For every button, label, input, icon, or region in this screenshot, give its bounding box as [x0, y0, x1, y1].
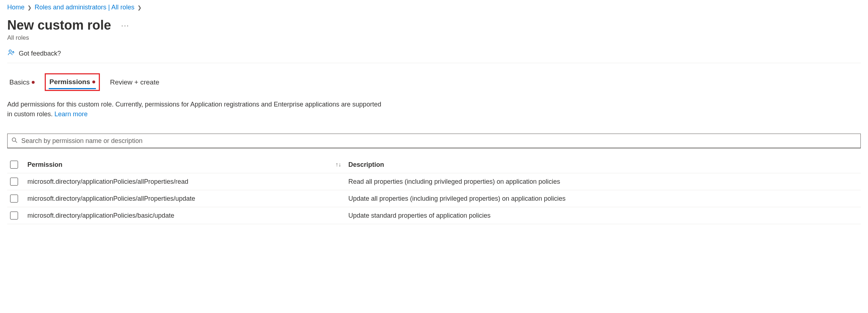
learn-more-link[interactable]: Learn more — [54, 110, 88, 118]
tab-permissions-label: Permissions — [49, 78, 90, 86]
row-checkbox[interactable] — [10, 195, 18, 203]
required-indicator-icon — [92, 81, 95, 83]
table-header: Permission ↑↓ Description — [7, 156, 861, 173]
permission-description: Read all properties (including privilege… — [348, 178, 858, 186]
table-row[interactable]: microsoft.directory/applicationPolicies/… — [7, 173, 861, 190]
select-all-checkbox[interactable] — [10, 161, 18, 169]
breadcrumb: Home ❯ Roles and administrators | All ro… — [7, 4, 861, 11]
breadcrumb-home[interactable]: Home — [7, 4, 25, 11]
chevron-right-icon: ❯ — [27, 5, 32, 10]
permission-description: Update standard properties of applicatio… — [348, 212, 858, 219]
search-icon — [11, 137, 18, 145]
svg-point-0 — [9, 50, 11, 52]
svg-line-2 — [16, 141, 17, 143]
breadcrumb-roles[interactable]: Roles and administrators | All roles — [35, 4, 135, 11]
svg-point-1 — [12, 138, 16, 142]
row-checkbox[interactable] — [10, 212, 18, 219]
required-indicator-icon — [32, 81, 35, 84]
sort-icon[interactable]: ↑↓ — [335, 161, 348, 168]
got-feedback-link[interactable]: Got feedback? — [7, 49, 61, 58]
tab-permissions[interactable]: Permissions — [49, 76, 96, 89]
row-checkbox[interactable] — [10, 178, 18, 186]
feedback-icon — [7, 49, 15, 58]
permissions-table: Permission ↑↓ Description microsoft.dire… — [7, 156, 861, 224]
got-feedback-label: Got feedback? — [19, 50, 61, 57]
tab-permissions-highlight: Permissions — [45, 73, 100, 91]
permission-name: microsoft.directory/applicationPolicies/… — [27, 195, 348, 203]
page-title: New custom role — [7, 18, 111, 33]
tab-review-label: Review + create — [110, 78, 159, 86]
permissions-description: Add permissions for this custom role. Cu… — [7, 100, 861, 119]
page-title-row: New custom role ··· — [7, 18, 861, 33]
description-line1: Add permissions for this custom role. Cu… — [7, 101, 381, 108]
search-input[interactable] — [21, 137, 857, 145]
header-description[interactable]: Description — [348, 161, 384, 168]
permission-description: Update all properties (including privile… — [348, 195, 858, 203]
tab-basics-label: Basics — [9, 78, 30, 86]
permission-name: microsoft.directory/applicationPolicies/… — [27, 212, 348, 219]
tabs: Basics Permissions Review + create — [7, 73, 861, 91]
description-line2: in custom roles. — [7, 110, 54, 118]
feedback-bar: Got feedback? — [7, 49, 861, 63]
header-permission[interactable]: Permission — [27, 161, 62, 169]
tab-review-create[interactable]: Review + create — [109, 73, 160, 91]
tab-basics[interactable]: Basics — [9, 73, 35, 91]
page-subtitle: All roles — [7, 34, 861, 42]
permission-name: microsoft.directory/applicationPolicies/… — [27, 178, 348, 186]
table-row[interactable]: microsoft.directory/applicationPolicies/… — [7, 190, 861, 207]
search-box[interactable] — [7, 134, 861, 148]
chevron-right-icon: ❯ — [137, 5, 142, 10]
table-row[interactable]: microsoft.directory/applicationPolicies/… — [7, 207, 861, 224]
more-actions-button[interactable]: ··· — [118, 20, 132, 31]
